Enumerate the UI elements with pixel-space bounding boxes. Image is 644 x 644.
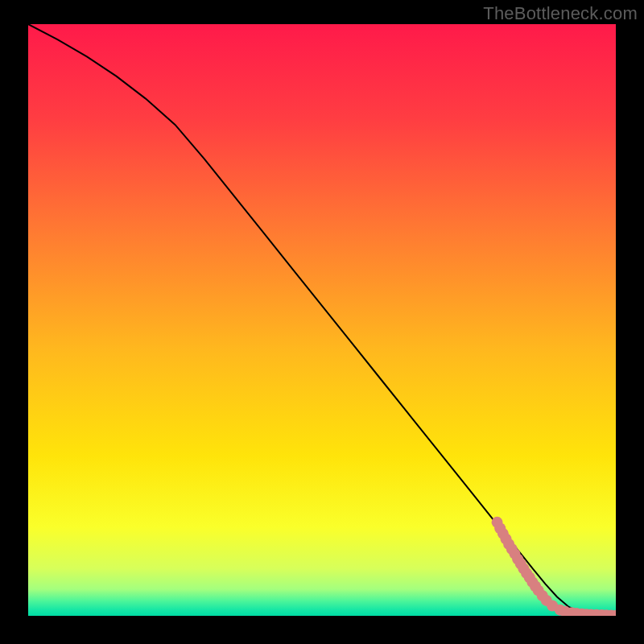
chart-svg [28,24,616,616]
chart-background [28,24,616,616]
plot-area [28,24,616,616]
attribution-label: TheBottleneck.com [483,3,638,24]
chart-container: TheBottleneck.com [0,0,644,644]
